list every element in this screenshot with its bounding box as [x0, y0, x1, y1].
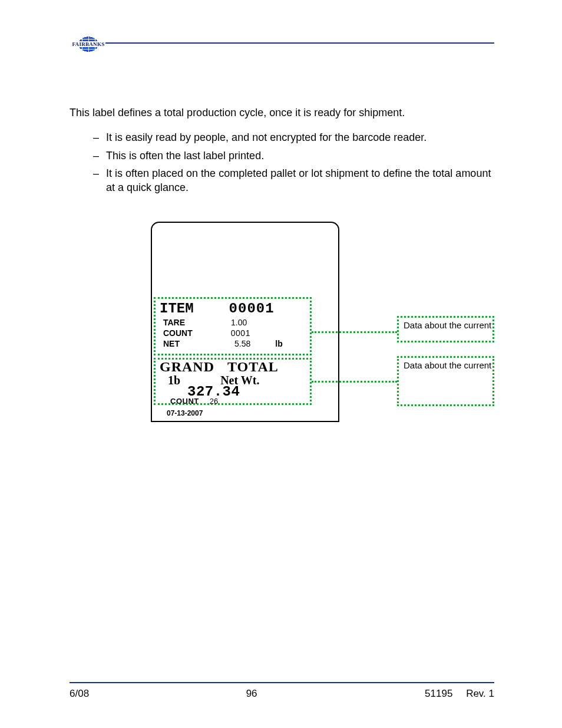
ticket-row-tare: TARE 1.00: [160, 318, 247, 327]
bullet-list: It is easily read by people, and not enc…: [93, 130, 494, 195]
count2-value: 26: [210, 397, 218, 406]
globe-icon: [72, 32, 105, 57]
intro-paragraph: This label defines a total production cy…: [70, 106, 494, 120]
net-unit: lb: [275, 339, 282, 348]
count-value: 0001: [231, 328, 250, 338]
list-item: This is often the last label printed.: [93, 149, 494, 163]
header-rule: [105, 42, 494, 44]
list-item: It is often placed on the completed pall…: [93, 166, 494, 195]
net-value: 5.58: [234, 339, 250, 348]
ticket-row-count2: COUNT 26: [160, 397, 218, 406]
grand-value: TOTAL: [227, 359, 279, 375]
tare-value: 1.00: [231, 318, 247, 327]
grand-label: GRAND: [160, 359, 214, 375]
label-diagram: Data about the current Data about the cu…: [70, 222, 494, 434]
page-header: FAIRBANKS: [70, 29, 494, 59]
lb-label: 1b: [168, 374, 180, 387]
footer-right: 51195 Rev. 1: [414, 688, 494, 700]
fairbanks-logo: FAIRBANKS: [70, 29, 107, 59]
net-label: NET: [163, 339, 180, 348]
callout-connector-2: [312, 381, 397, 383]
ticket-row-date: 07-13-2007: [160, 409, 203, 417]
list-item: It is easily read by people, and not enc…: [93, 130, 494, 144]
ticket-date: 07-13-2007: [167, 409, 203, 417]
footer-doc-number: 51195: [425, 688, 452, 699]
item-label: ITEM: [160, 301, 194, 317]
callout-text-2: Data about the current: [404, 360, 492, 371]
callout-connector-1: [312, 331, 397, 333]
ticket-row-count: COUNT 0001: [160, 328, 250, 338]
count2-label: COUNT: [170, 397, 199, 406]
item-value: 00001: [229, 301, 275, 317]
ticket-row-net: NET 5.58 lb: [160, 339, 283, 348]
ticket-row-grand-total: GRAND TOTAL: [160, 359, 279, 375]
tare-label: TARE: [163, 318, 185, 327]
callout-text-1: Data about the current: [404, 320, 492, 331]
footer-date: 6/08: [70, 688, 89, 700]
footer-page-number: 96: [246, 688, 257, 700]
ticket-row-item: ITEM 00001: [160, 301, 275, 317]
footer-revision: Rev. 1: [466, 688, 494, 699]
page-footer: 6/08 96 51195 Rev. 1: [70, 688, 494, 700]
count-label: COUNT: [163, 328, 193, 338]
footer-rule: [70, 682, 494, 683]
document-page: FAIRBANKS This label defines a total pro…: [0, 0, 562, 728]
